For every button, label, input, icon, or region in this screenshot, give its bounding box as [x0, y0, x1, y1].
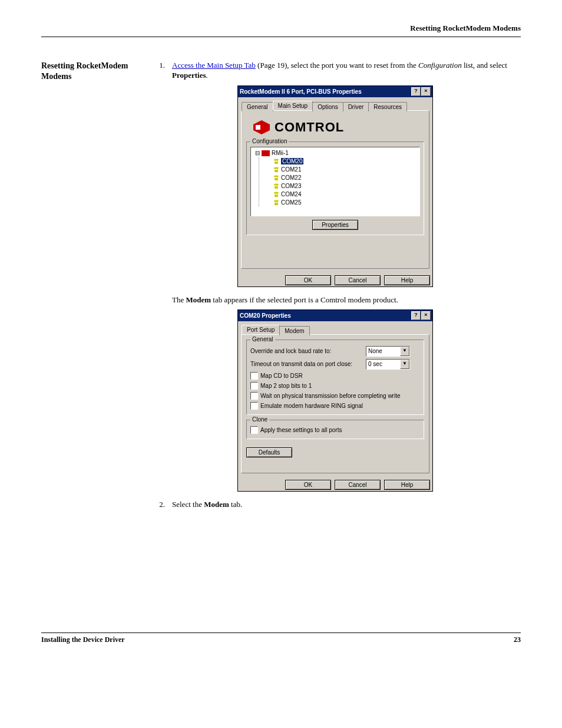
- help-button[interactable]: Help: [384, 275, 430, 285]
- help-icon[interactable]: ?: [411, 87, 421, 96]
- svg-rect-5: [275, 203, 278, 205]
- cancel-button[interactable]: Cancel: [335, 480, 381, 490]
- phone-icon: [273, 159, 279, 164]
- page-section-header: Resetting RocketModem Modems: [41, 24, 521, 37]
- map-2-stop-bits-checkbox[interactable]: [250, 382, 258, 390]
- page-footer: Installing the Device Driver 23: [41, 633, 521, 644]
- step-text: Access the Main Setup Tab (Page 19), sel…: [172, 61, 521, 81]
- tree-item-com24[interactable]: COM24: [259, 190, 418, 199]
- com20-properties-dialog: COM20 Properties ? × Port Setup Modem Ge…: [237, 309, 433, 492]
- ok-button[interactable]: OK: [285, 480, 331, 490]
- tab-resources[interactable]: Resources: [368, 102, 407, 111]
- general-legend: General: [250, 336, 275, 342]
- svg-rect-3: [275, 186, 278, 189]
- svg-rect-2: [275, 178, 278, 180]
- phone-icon: [273, 192, 279, 197]
- defaults-button[interactable]: Defaults: [246, 447, 292, 457]
- timeout-select[interactable]: 0 sec▼: [366, 359, 410, 370]
- step-number: 1.: [150, 61, 172, 81]
- map-cd-dsr-label: Map CD to DSR: [260, 373, 303, 379]
- access-main-setup-link[interactable]: Access the Main Setup Tab: [172, 61, 256, 70]
- dialog1-tabs: General Main Setup Options Driver Resour…: [238, 97, 432, 110]
- dialog2-tabs: Port Setup Modem: [238, 321, 432, 334]
- phone-icon: [273, 167, 279, 173]
- wait-physical-checkbox[interactable]: [250, 392, 258, 400]
- clone-group: Clone Apply these settings to all ports: [246, 420, 424, 439]
- tab-general[interactable]: General: [242, 102, 273, 111]
- apply-all-ports-checkbox[interactable]: [250, 426, 258, 434]
- configuration-legend: Configuration: [250, 138, 289, 144]
- ok-button[interactable]: OK: [285, 275, 331, 285]
- emulate-ring-checkbox[interactable]: [250, 402, 258, 410]
- tree-item-com22[interactable]: COM22: [259, 174, 418, 182]
- chevron-down-icon: ▼: [400, 360, 409, 369]
- main-content: 1. Access the Main Setup Tab (Page 19), …: [150, 61, 521, 515]
- comtrol-logo-icon: [252, 119, 271, 136]
- step-text: Select the Modem tab.: [172, 500, 521, 510]
- dialog2-titlebar: COM20 Properties ? ×: [238, 310, 432, 321]
- override-baud-label: Override and lock baud rate to:: [250, 348, 362, 354]
- step-1: 1. Access the Main Setup Tab (Page 19), …: [150, 61, 521, 81]
- apply-all-ports-label: Apply these settings to all ports: [260, 427, 342, 433]
- footer-page-number: 23: [514, 635, 521, 644]
- tree-root[interactable]: ⊟ RMii-1: [253, 149, 418, 157]
- dialog2-title: COM20 Properties: [240, 312, 291, 319]
- tab-modem[interactable]: Modem: [279, 326, 309, 335]
- tree-item-com25[interactable]: COM25: [259, 199, 418, 207]
- svg-rect-0: [275, 162, 278, 164]
- help-button[interactable]: Help: [384, 480, 430, 490]
- tab-port-setup[interactable]: Port Setup: [242, 325, 280, 334]
- footer-left: Installing the Device Driver: [41, 635, 125, 644]
- properties-button[interactable]: Properties: [312, 220, 358, 230]
- phone-icon: [273, 175, 279, 181]
- map-2-stop-bits-label: Map 2 stop bits to 1: [260, 383, 312, 389]
- wait-physical-label: Wait on physical transmission before com…: [260, 393, 401, 399]
- rocketmodem-properties-dialog: RocketModem II 6 Port, PCI-BUS Propertie…: [237, 85, 433, 287]
- card-icon: [262, 150, 270, 156]
- modem-tab-note: The Modem tab appears if the selected po…: [172, 295, 521, 305]
- emulate-ring-label: Emulate modem hardware RING signal: [260, 403, 363, 409]
- tree-item-com21[interactable]: COM21: [259, 166, 418, 174]
- port-tree[interactable]: ⊟ RMii-1 COM20 COM21: [250, 147, 420, 216]
- close-icon[interactable]: ×: [421, 311, 431, 320]
- dialog1-title: RocketModem II 6 Port, PCI-BUS Propertie…: [240, 88, 362, 95]
- phone-icon: [273, 200, 279, 206]
- cancel-button[interactable]: Cancel: [335, 275, 381, 285]
- phone-icon: [273, 183, 279, 189]
- dialog1-titlebar: RocketModem II 6 Port, PCI-BUS Propertie…: [238, 86, 432, 97]
- svg-rect-1: [275, 170, 278, 172]
- tab-options[interactable]: Options: [312, 102, 343, 111]
- tab-main-setup[interactable]: Main Setup: [273, 101, 313, 110]
- svg-rect-4: [275, 195, 278, 197]
- help-icon[interactable]: ?: [411, 311, 421, 320]
- override-baud-select[interactable]: None▼: [366, 346, 410, 357]
- chevron-down-icon: ▼: [400, 347, 409, 356]
- step-number: 2.: [150, 500, 172, 510]
- tree-item-com20[interactable]: COM20: [259, 157, 418, 166]
- configuration-group: Configuration ⊟ RMii-1 COM20: [246, 141, 424, 235]
- tree-item-com23[interactable]: COM23: [259, 182, 418, 190]
- sidebar-heading: Resetting RocketModem Modems: [41, 61, 135, 515]
- step-2: 2. Select the Modem tab.: [150, 500, 521, 510]
- timeout-label: Timeout on transmit data on port close:: [250, 361, 362, 367]
- tab-driver[interactable]: Driver: [343, 102, 369, 111]
- close-icon[interactable]: ×: [421, 87, 431, 96]
- general-group: General Override and lock baud rate to: …: [246, 340, 424, 415]
- clone-legend: Clone: [250, 416, 269, 423]
- map-cd-dsr-checkbox[interactable]: [250, 372, 258, 380]
